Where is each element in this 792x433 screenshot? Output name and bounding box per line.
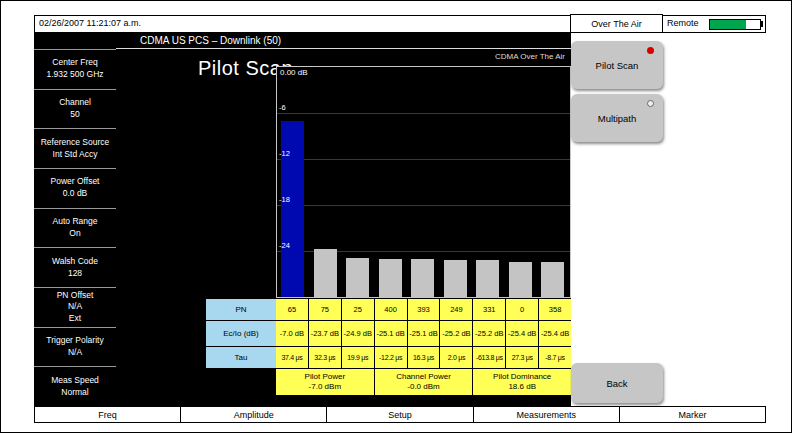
- summary-pilot-power: Pilot Power -7.0 dBm: [276, 369, 374, 395]
- pilot-scan-softkey[interactable]: Pilot Scan: [571, 41, 663, 89]
- table-cell-ecio: -25.1 dB: [375, 321, 407, 346]
- table-cell-pn: 400: [375, 299, 407, 320]
- chart-bar-pn-331: [476, 260, 499, 297]
- table-cell-pn: 249: [440, 299, 472, 320]
- chart-bar-pn-75: [314, 249, 337, 297]
- summary-pilot-dominance: Pilot Dominance 18.6 dB: [473, 369, 571, 395]
- summary-label: Channel Power: [396, 372, 451, 382]
- table-cell-pn: 358: [539, 299, 571, 320]
- table-cell-ecio: -25.2 dB: [440, 321, 472, 346]
- table-cell-pn: 65: [276, 299, 308, 320]
- battery-nub-icon: [760, 21, 763, 27]
- measurement-screen: Center Freq1.932 500 GHzChannel50Referen…: [34, 33, 571, 406]
- pilot-bar-chart: 0.00 dB -6-12-18-24: [276, 66, 571, 298]
- table-cell-tau: -613.8 μs: [473, 347, 505, 368]
- table-cell-ecio: -25.1 dB: [408, 321, 440, 346]
- menu-item-amplitude[interactable]: Amplitude: [180, 407, 326, 422]
- battery-fill: [710, 20, 746, 29]
- row-header-ecio: Ec/Io (dB): [206, 321, 276, 346]
- table-cell-ecio: -25.4 dB: [506, 321, 538, 346]
- table-cell-tau: 27.3 μs: [506, 347, 538, 368]
- table-cell-tau: 16.3 μs: [408, 347, 440, 368]
- mode-label: CDMA Over The Air: [495, 52, 565, 61]
- gridline: [277, 159, 570, 160]
- menu-item-setup[interactable]: Setup: [326, 407, 472, 422]
- unselected-led-icon: [647, 100, 654, 107]
- softkey-label: Back: [606, 378, 627, 389]
- gridline-label: -18: [279, 195, 290, 204]
- pilot-table-grid: 6575254003932493310358-7.0 dB-23.7 dB-24…: [276, 299, 571, 368]
- chart-bar-pn-0: [509, 262, 532, 297]
- remote-label: Remote: [667, 18, 699, 28]
- summary-value: -7.0 dBm: [309, 382, 341, 392]
- sidebar-item: Walsh Code128: [34, 248, 116, 288]
- table-cell-tau: -8.7 μs: [539, 347, 571, 368]
- datetime-label: 02/26/2007 11:21:07 a.m.: [39, 18, 141, 28]
- chart-bar-pn-25: [346, 258, 369, 297]
- summary-label: Pilot Dominance: [493, 372, 551, 382]
- chart-bar-pn-249: [444, 260, 467, 297]
- summary-value: 18.6 dB: [508, 382, 536, 392]
- bottom-menu: Freq Amplitude Setup Measurements Marker: [34, 406, 766, 423]
- table-cell-tau: -12.2 μs: [375, 347, 407, 368]
- menu-item-freq[interactable]: Freq: [35, 407, 180, 422]
- chart-bar-pn-65: [281, 121, 304, 297]
- back-softkey[interactable]: Back: [571, 363, 663, 403]
- table-cell-ecio: -24.9 dB: [342, 321, 374, 346]
- battery-indicator: [709, 19, 761, 30]
- chart-bar-pn-393: [411, 259, 434, 297]
- gridline: [277, 113, 570, 114]
- gridline-label: -6: [279, 103, 286, 112]
- summary-channel-power: Channel Power -0.0 dBm: [375, 369, 473, 395]
- softkey-label: Multipath: [598, 113, 637, 124]
- sidebar-item: Meas SpeedNormal: [34, 367, 116, 406]
- summary-row: Pilot Power -7.0 dBm Channel Power -0.0 …: [276, 369, 571, 395]
- selected-led-icon: [647, 47, 654, 54]
- multipath-softkey[interactable]: Multipath: [571, 94, 663, 142]
- table-cell-pn: 75: [309, 299, 341, 320]
- table-cell-tau: 19.9 μs: [342, 347, 374, 368]
- softkey-label: Pilot Scan: [596, 60, 639, 71]
- chart-bar-pn-400: [379, 259, 402, 297]
- analyzer-page: 02/26/2007 11:21:07 a.m. Remote Over The…: [0, 0, 792, 433]
- table-cell-ecio: -7.0 dB: [276, 321, 308, 346]
- chart-bar-pn-358: [541, 262, 564, 297]
- band-title: CDMA US PCS – Downlink (50): [140, 35, 281, 46]
- row-header-tau: Tau: [206, 347, 276, 368]
- sidebar-item: Channel50: [34, 90, 116, 130]
- gridline-label: -12: [279, 149, 290, 158]
- sidebar-item: Center Freq1.932 500 GHz: [34, 50, 116, 90]
- table-cell-pn: 25: [342, 299, 374, 320]
- gridline-label: -24: [279, 241, 290, 250]
- gridline: [277, 205, 570, 206]
- summary-value: -0.0 dBm: [407, 382, 439, 392]
- sidebar-item: Power Offset0.0 dB: [34, 169, 116, 209]
- table-cell-ecio: -25.2 dB: [473, 321, 505, 346]
- table-cell-tau: 37.4 μs: [276, 347, 308, 368]
- settings-sidebar: Center Freq1.932 500 GHzChannel50Referen…: [34, 49, 116, 406]
- table-cell-pn: 331: [473, 299, 505, 320]
- sidebar-item: PN OffsetN/AExt: [34, 288, 116, 328]
- table-cell-tau: 2.0 μs: [440, 347, 472, 368]
- table-cell-pn: 0: [506, 299, 538, 320]
- summary-label: Pilot Power: [305, 372, 345, 382]
- table-cell-ecio: -25.4 dB: [539, 321, 571, 346]
- sidebar-item: Auto RangeOn: [34, 209, 116, 249]
- title-divider: [116, 48, 571, 49]
- menu-item-measurements[interactable]: Measurements: [473, 407, 619, 422]
- table-cell-tau: 32.3 μs: [309, 347, 341, 368]
- table-cell-pn: 393: [408, 299, 440, 320]
- over-the-air-menu-title: Over The Air: [570, 14, 663, 33]
- row-header-pn: PN: [206, 299, 276, 320]
- table-cell-ecio: -23.7 dB: [309, 321, 341, 346]
- ref-level-label: 0.00 dB: [280, 68, 308, 77]
- table-header-column: PN Ec/Io (dB) Tau: [206, 299, 276, 368]
- sidebar-item: Trigger PolarityN/A: [34, 328, 116, 368]
- menu-item-marker[interactable]: Marker: [619, 407, 765, 422]
- sidebar-item: Reference SourceInt Std Accy: [34, 129, 116, 169]
